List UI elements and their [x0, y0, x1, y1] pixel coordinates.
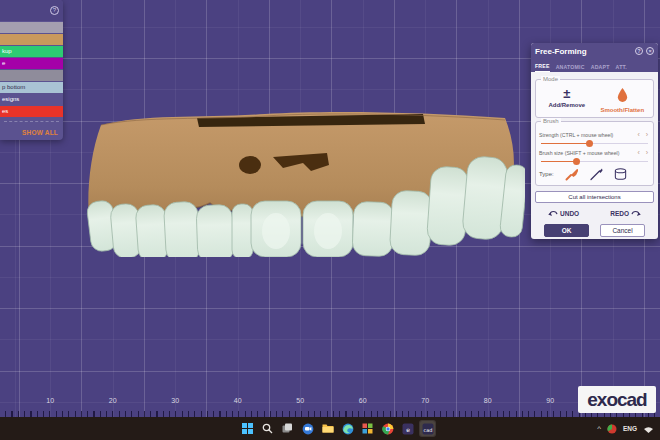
- mode-section-label: Mode: [541, 76, 560, 82]
- 3d-viewport[interactable]: ? kup e p bottom esigns es SHOW ALL Free…: [0, 0, 660, 440]
- svg-text:cad: cad: [423, 426, 432, 432]
- dialog-title: Free-Forming: [535, 47, 632, 56]
- scan-hole-left: [239, 156, 261, 174]
- brush-size-label: Brush size (SHIFT + mouse wheel): [539, 150, 637, 156]
- chrome-browser-icon[interactable]: [380, 421, 395, 436]
- show-all-link[interactable]: SHOW ALL: [22, 129, 58, 136]
- legend-row[interactable]: p bottom: [0, 82, 63, 93]
- windows-taskbar: e cad ^ ENG: [0, 417, 660, 440]
- ok-button[interactable]: OK: [544, 224, 589, 237]
- search-icon[interactable]: [260, 421, 275, 436]
- teams-chat-icon[interactable]: [300, 421, 315, 436]
- legend-row[interactable]: [0, 22, 63, 33]
- exocad-app-icon[interactable]: e: [400, 421, 415, 436]
- tab-free[interactable]: FREE: [535, 63, 550, 72]
- layer-legend-panel: ? kup e p bottom esigns es SHOW ALL: [0, 0, 63, 140]
- exocad-logo-text: exocad: [587, 390, 646, 409]
- add-remove-label: Add/Remove: [548, 102, 585, 108]
- exocad-logo: exocad: [578, 386, 656, 413]
- tray-language-indicator[interactable]: ENG: [623, 425, 637, 432]
- tray-app-icon[interactable]: [607, 420, 617, 438]
- edge-browser-icon[interactable]: [340, 421, 355, 436]
- legend-row[interactable]: [0, 70, 63, 81]
- tray-network-icon[interactable]: [643, 420, 654, 438]
- fine-brush-icon[interactable]: [589, 167, 604, 181]
- microsoft-store-icon[interactable]: [360, 421, 375, 436]
- legend-row[interactable]: kup: [0, 46, 63, 57]
- undo-button[interactable]: UNDO: [548, 209, 579, 217]
- brush-type-label: Type:: [539, 171, 554, 177]
- dialog-close-icon[interactable]: ×: [646, 47, 654, 55]
- strength-slider[interactable]: [541, 139, 648, 147]
- legend-row[interactable]: [0, 34, 63, 45]
- task-view-icon[interactable]: [280, 421, 295, 436]
- strength-slider-handle[interactable]: [586, 140, 593, 147]
- dialog-tab-bar: FREE ANATOMIC ADAPT ATT.: [531, 59, 658, 72]
- tab-anatomic[interactable]: ANATOMIC: [556, 64, 585, 72]
- cut-all-intersections-button[interactable]: Cut all intersections: [535, 191, 654, 203]
- tab-adapt[interactable]: ADAPT: [591, 64, 610, 72]
- legend-row[interactable]: esigns: [0, 94, 63, 105]
- brush-size-slider[interactable]: [541, 157, 648, 165]
- redo-arrow-icon: [631, 209, 641, 217]
- legend-header: ?: [0, 0, 63, 21]
- file-explorer-icon[interactable]: [320, 421, 335, 436]
- svg-text:e: e: [406, 425, 410, 432]
- ruler-scale-labels: 1020 3040 5060 7080 90100: [19, 397, 644, 404]
- tray-show-hidden-icons[interactable]: ^: [597, 424, 601, 433]
- dialog-header[interactable]: Free-Forming ? ×: [531, 43, 658, 59]
- legend-help-icon[interactable]: ?: [50, 6, 59, 15]
- undo-label: UNDO: [560, 210, 579, 217]
- redo-button[interactable]: REDO: [610, 209, 641, 217]
- brush-size-slider-handle[interactable]: [573, 158, 580, 165]
- mode-section: Mode ± Add/Remove Smooth/Flatten: [535, 79, 654, 118]
- cylinder-icon[interactable]: [613, 167, 628, 181]
- exocad-dentalcad-active-icon[interactable]: cad: [420, 421, 435, 436]
- strength-stepper-arrows[interactable]: ‹ ›: [637, 131, 650, 138]
- undo-arrow-icon: [548, 209, 558, 217]
- smooth-flatten-label: Smooth/Flatten: [600, 107, 644, 113]
- add-remove-option[interactable]: ± Add/Remove: [539, 87, 595, 113]
- redo-label: REDO: [610, 210, 629, 217]
- smooth-flatten-option[interactable]: Smooth/Flatten: [595, 87, 651, 113]
- start-button[interactable]: [240, 421, 255, 436]
- legend-row[interactable]: es: [0, 106, 63, 117]
- divider: [4, 121, 59, 122]
- cancel-button[interactable]: Cancel: [600, 224, 645, 237]
- dialog-help-icon[interactable]: ?: [635, 47, 643, 55]
- dental-model-3d[interactable]: [85, 105, 525, 257]
- strength-label: Strength (CTRL + mouse wheel): [539, 132, 637, 138]
- brush-section-label: Brush: [541, 118, 561, 124]
- free-forming-dialog: Free-Forming ? × FREE ANATOMIC ADAPT ATT…: [531, 43, 658, 239]
- wide-brush-icon[interactable]: [565, 167, 580, 181]
- droplet-icon: [616, 87, 629, 106]
- brush-size-stepper-arrows[interactable]: ‹ ›: [637, 149, 650, 156]
- tab-att[interactable]: ATT.: [616, 64, 627, 72]
- brush-section: Brush Strength (CTRL + mouse wheel) ‹ › …: [535, 121, 654, 186]
- plus-minus-icon: ±: [563, 87, 570, 101]
- legend-row[interactable]: e: [0, 58, 63, 69]
